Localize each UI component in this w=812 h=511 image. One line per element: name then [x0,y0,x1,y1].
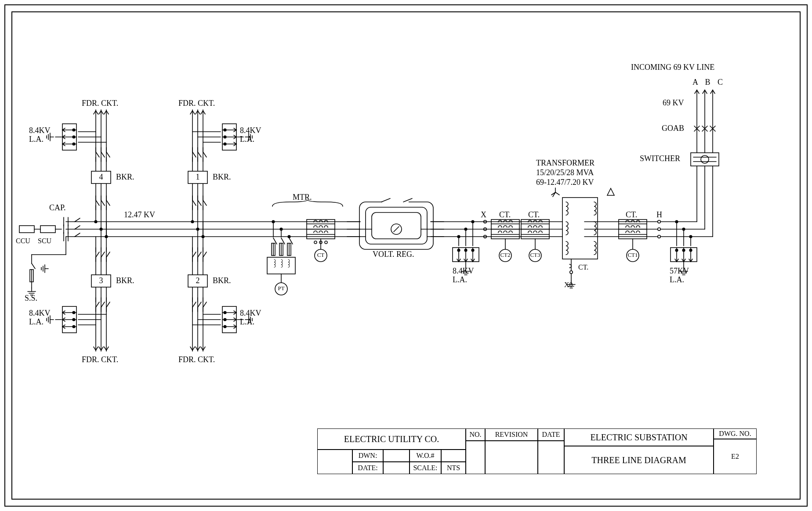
svg-rect-68 [382,198,409,206]
ct3-circle: CT3 [529,252,541,258]
tb-scale: SCALE: [410,462,441,474]
tb-dt-val [538,441,564,474]
ccu-label: CCU [16,237,30,245]
tb-wo: W.O.# [410,450,441,462]
tb-title: THREE LINE DIAGRAM [564,446,714,474]
svg-point-79 [314,241,317,244]
tb-rev-val [485,441,538,474]
svg-rect-122 [40,226,55,233]
metering [267,200,343,295]
ct-label-2: CT. [499,211,511,220]
svg-line-121 [75,233,80,237]
fdr3-ckt: FDR. CKT. [82,356,118,364]
mtr-label: MTR. [293,193,312,202]
svg-rect-124 [19,226,34,233]
tb-nts: NTS [441,462,466,474]
xfmr-label: TRANSFORMER [536,159,594,168]
incoming-lines [691,90,719,237]
fdr4-ckt: FDR. CKT. [82,99,118,108]
tb-no-val [466,441,485,474]
la-57kv: 57KV L.A. [670,267,689,284]
ss-label: S.S. [25,294,37,303]
kv-69: 69 KV [663,99,684,108]
tb-dwgno-hdr: DWG. NO. [714,428,757,439]
tb-date: DATE: [352,462,383,474]
ct2-circle: CT2 [499,252,511,258]
bkr1-label: BKR. [213,173,231,182]
fdr1-ckt: FDR. CKT. [178,99,215,108]
xfmr-voltage: 69-12.47/7.20 KV [536,178,594,187]
la-fdr3: 8.4KV L.A. [29,309,51,327]
svg-rect-36 [691,153,719,166]
svg-rect-88 [267,257,295,274]
la-fdr4: 8.4KV L.A. [29,126,51,144]
bkr2-num: 2 [192,277,203,285]
bkr1-num: 1 [192,173,203,182]
x0-label: X0 [564,281,573,289]
ct-label-3: CT. [528,211,540,220]
svg-point-81 [325,241,327,244]
bkr3-num: 3 [96,277,106,285]
feeder-2 [188,222,252,351]
bkr3-label: BKR. [116,277,134,285]
volt-reg [347,198,444,249]
tb-dwgno: E2 [714,439,757,474]
xfmr-rating: 15/20/25/28 MVA [536,169,594,177]
tb-company: ELECTRIC UTILITY CO. [317,428,466,450]
tb-no: NO. [466,428,485,441]
voltreg-label: VOLT. REG. [373,250,414,259]
tb-rev: REVISION [485,428,538,441]
tb-blank-left [317,450,352,474]
bkr4-label: BKR. [116,173,134,182]
ct-label-hv: CT. [626,211,637,220]
hv-run [584,220,713,275]
h-label: H [656,211,662,220]
goab-label: GOAB [662,124,684,133]
feeder-3 [47,222,111,351]
tb-dwn-val [383,450,410,462]
bkr2-label: BKR. [213,277,231,285]
bus-kv: 12.47 KV [124,211,155,220]
cap-label: CAP. [49,204,66,212]
pt-circle: PT [277,285,286,291]
x-label: X [481,211,486,220]
tb-project: ELECTRIC SUBSTATION [564,428,714,446]
svg-line-119 [75,218,80,222]
svg-line-120 [75,226,80,229]
la-fdr1: 8.4KV L.A. [240,126,261,144]
la-fdr2: 8.4KV L.A. [240,309,261,327]
tb-dt: DATE [538,428,564,441]
tb-wo-val [441,450,466,462]
incoming-title: INCOMING 69 KV LINE [631,63,714,72]
ct-circle: CT [315,252,326,258]
switcher-label: SWITCHER [640,155,680,163]
ct1-circle: CT1 [627,252,639,258]
company-text: ELECTRIC UTILITY CO. [344,434,439,444]
scu-label: SCU [38,237,51,245]
tb-date-val [383,462,410,474]
tb-dwn: DWN: [352,450,383,462]
la-8p4kv-x: 8.4KV L.A. [453,267,474,284]
phase-labels: A B C [692,78,725,87]
transformer [551,188,614,288]
svg-line-129 [32,263,35,269]
bkr4-num: 4 [96,173,106,182]
fdr2-ckt: FDR. CKT. [178,356,215,364]
ct-label-n: CT. [578,263,588,271]
